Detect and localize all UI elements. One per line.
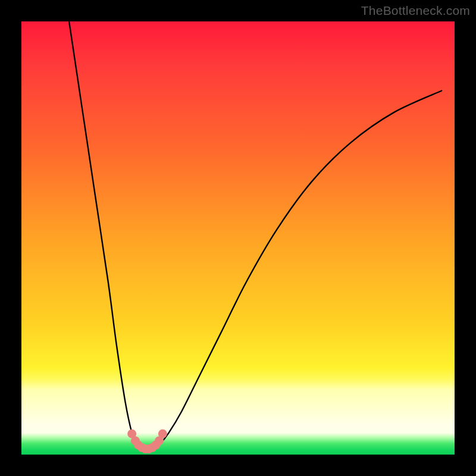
watermark-text: TheBottleneck.com: [361, 4, 470, 18]
plot-area: [21, 21, 455, 455]
curve-right-branch: [154, 90, 441, 448]
valley-dot: [158, 430, 167, 439]
valley-marker-dots: [127, 430, 167, 453]
curve-svg: [21, 21, 455, 455]
curve-left-branch: [69, 21, 140, 448]
chart-frame: TheBottleneck.com: [0, 0, 476, 476]
